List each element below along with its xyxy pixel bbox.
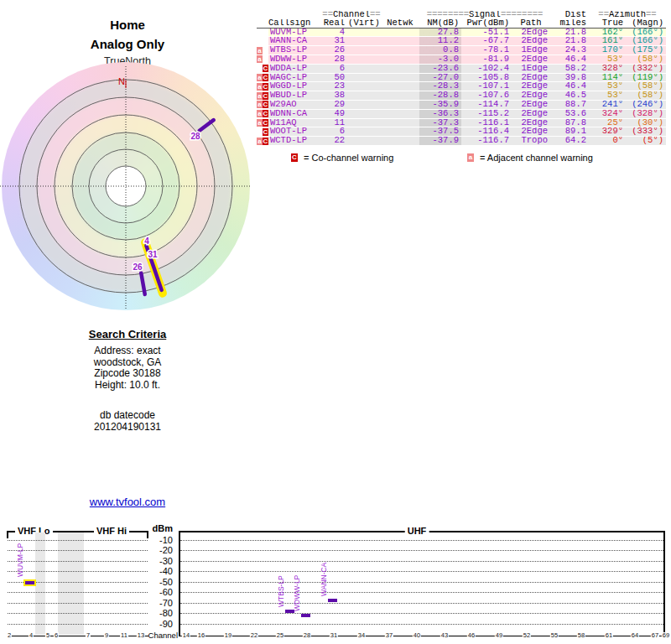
- path-cell: 1Edge: [512, 46, 550, 55]
- col-header-nm: NM(dB): [419, 19, 461, 28]
- channel-tick-46: 46: [467, 632, 476, 639]
- table-row: CWDDA-LP6-23.6-102.41Edge58.2328°(332°): [257, 64, 666, 73]
- channel-tick-31: 31: [330, 632, 338, 639]
- search-criteria-heading: Search Criteria: [0, 328, 255, 340]
- true-azimuth-cell: 324°: [589, 109, 626, 118]
- real-channel-cell: 11: [322, 118, 347, 127]
- co-channel-warning-cell: [263, 46, 268, 55]
- noise-margin-cell: -28.3: [419, 82, 461, 91]
- noise-margin-cell: -37.5: [419, 127, 461, 137]
- col-header-path: Path: [512, 19, 550, 28]
- fm-band-shading: [35, 532, 45, 635]
- virtual-channel-cell: [347, 73, 381, 82]
- wedge-channel-label: 26: [133, 262, 143, 272]
- callsign-cell: WANN-CA: [268, 37, 322, 46]
- uhf-gridline: [180, 603, 663, 604]
- magnetic-azimuth-cell: (166°): [626, 28, 666, 37]
- virtual-channel-cell: [347, 100, 381, 109]
- table-row: CWOOT-LP6-37.5-116.42Edge89.1329°(333°): [257, 127, 666, 137]
- uhf-panel-right-border: [663, 531, 665, 636]
- real-channel-cell: 23: [322, 82, 347, 91]
- table-row: aCWCTD-LP22-37.9-116.7Tropo64.20°(5°): [257, 137, 666, 146]
- distance-cell: 53.6: [550, 109, 589, 118]
- table-group-header-row: ==Channel== ========Signal======== Dist …: [257, 11, 666, 19]
- real-channel-cell: 28: [322, 55, 347, 64]
- adjacent-warning-icon: a: [257, 47, 263, 55]
- real-channel-cell: 6: [322, 64, 347, 73]
- path-cell: 2Edge: [512, 100, 550, 109]
- adjacent-warning-cell: a: [257, 91, 263, 101]
- channel-tick-13: 13: [137, 632, 145, 639]
- adjacent-warning-cell: a: [257, 73, 263, 82]
- co-channel-warning-icon: C: [263, 110, 268, 117]
- uhf-gridline: [180, 592, 663, 593]
- db-datecode-label: db datecode: [0, 410, 255, 422]
- tvfool-link[interactable]: www.tvfool.com: [0, 496, 255, 508]
- virtual-channel-cell: [347, 118, 381, 127]
- co-channel-warning-icon: C: [263, 119, 268, 127]
- dbm-tick-label: -60: [149, 588, 173, 597]
- dbm-tick-label: -70: [149, 599, 173, 608]
- vhf-hi-label: VHF Hi: [94, 526, 129, 536]
- channel-tick-2: 2: [7, 632, 12, 639]
- north-label: N: [118, 76, 125, 86]
- co-channel-warning-cell: C: [263, 100, 268, 109]
- channel-tick-43: 43: [440, 632, 449, 639]
- real-channel-cell: 49: [322, 109, 347, 118]
- callsign-cell: WDNN-CA: [268, 109, 322, 118]
- callsign-cell: WUVM-LP: [268, 28, 322, 37]
- adjacent-warning-icon: a: [257, 101, 263, 108]
- magnetic-azimuth-cell: (328°): [626, 109, 666, 118]
- co-channel-warning-cell: C: [263, 82, 268, 91]
- wedge-channel-label: 28: [190, 132, 200, 141]
- callsign-cell: WCTD-LP: [268, 137, 322, 146]
- power-cell: -67.7: [461, 37, 512, 46]
- magnetic-azimuth-cell: (166°): [626, 37, 666, 46]
- co-channel-warning-cell: C: [263, 127, 268, 137]
- co-channel-warning-cell: C: [263, 73, 268, 82]
- true-azimuth-cell: 53°: [589, 91, 626, 101]
- true-azimuth-cell: 25°: [589, 118, 626, 127]
- col-header-true: True: [589, 19, 626, 28]
- true-azimuth-cell: 170°: [589, 46, 626, 55]
- search-criteria-zipcode: Zipcode 30188: [0, 368, 255, 380]
- co-channel-warning-cell: C: [263, 118, 268, 127]
- distance-cell: 46.5: [550, 91, 589, 101]
- co-channel-warning-icon: C: [263, 65, 268, 72]
- adjacent-warning-cell: a: [257, 46, 263, 55]
- channel-tick-19: 19: [224, 632, 232, 639]
- path-cell: 2Edge: [512, 73, 550, 82]
- vhf-gridline: [8, 603, 148, 604]
- network-cell: [381, 28, 419, 37]
- power-cell: -102.4: [461, 64, 512, 73]
- path-cell: 2Edge: [512, 118, 550, 127]
- co-channel-warning-icon: C: [263, 101, 268, 108]
- adjacent-warning-icon: a: [257, 74, 263, 81]
- true-azimuth-cell: 53°: [589, 82, 626, 91]
- channel-tick-28: 28: [303, 632, 311, 639]
- col-header-magn: (Magn): [626, 19, 666, 28]
- wedge-channel-label: 31: [148, 250, 158, 259]
- dist-group-header: Dist: [550, 11, 589, 19]
- network-cell: [381, 73, 419, 82]
- co-channel-warning-icon: C: [263, 138, 268, 145]
- channel-tick-52: 52: [523, 632, 531, 639]
- noise-margin-cell: -28.8: [419, 91, 461, 101]
- channel-tick-5: 5: [45, 632, 50, 639]
- channel-group-header: ==Channel==: [322, 11, 381, 19]
- power-cell: -51.1: [461, 28, 512, 37]
- co-channel-warning-cell: C: [263, 109, 268, 118]
- station-label-WTBS-LP: WTBS-LP: [277, 575, 285, 607]
- power-cell: -116.4: [461, 127, 512, 137]
- true-azimuth-cell: 162°: [589, 28, 626, 37]
- adjacent-warning-icon: a: [257, 110, 263, 117]
- uhf-gridline: [180, 550, 663, 551]
- co-channel-warning-text: = Co-channel warning: [304, 153, 393, 163]
- distance-cell: 46.4: [550, 82, 589, 91]
- signal-table: ==Channel== ========Signal======== Dist …: [257, 11, 666, 146]
- dbm-tick-label: -30: [149, 557, 173, 566]
- callsign-cell: W29AO: [268, 100, 322, 109]
- power-cell: -116.7: [461, 137, 512, 146]
- dbm-axis-label: dBm: [149, 524, 173, 533]
- channel-tick-55: 55: [550, 632, 559, 639]
